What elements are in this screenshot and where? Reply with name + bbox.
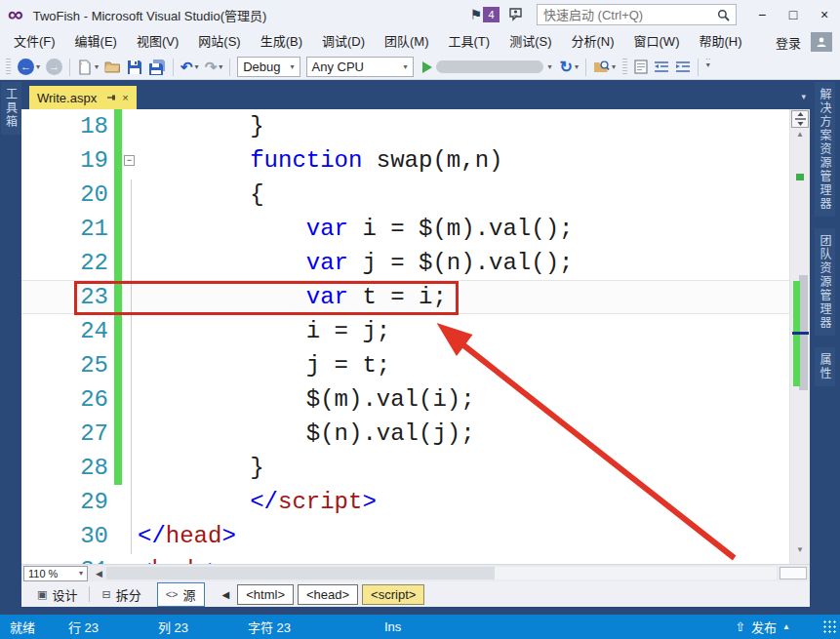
close-button[interactable]: × [809, 4, 840, 25]
tag-breadcrumb[interactable]: <head> [298, 584, 358, 605]
document-outline-button[interactable] [632, 57, 650, 78]
toolbox-side-tab[interactable]: 工具箱 [1, 82, 21, 135]
code-line[interactable]: 30</head> [21, 519, 789, 553]
scroll-corner-box [780, 567, 807, 579]
find-in-files-button[interactable]: ▾ [591, 57, 618, 78]
notifications-flag-icon[interactable]: ⚑ [469, 7, 482, 22]
browser-select-blurred[interactable] [436, 60, 543, 73]
line-number: 18 [21, 109, 114, 143]
navigate-forward-button[interactable]: → [44, 57, 64, 78]
code-editor-surface[interactable]: 18}19−function swap(m,n)20{21var i = $(m… [21, 109, 789, 564]
menu-item[interactable]: 生成(B) [251, 34, 312, 49]
tag-breadcrumb[interactable]: <html> [237, 584, 294, 605]
collapse-region-icon[interactable]: − [124, 155, 135, 166]
design-view-button[interactable]: ▣设计 [29, 583, 85, 606]
start-debug-button[interactable] [422, 61, 432, 73]
code-line[interactable]: 18} [21, 109, 789, 143]
fold-margin [122, 212, 138, 246]
line-number: 30 [21, 519, 114, 553]
toolbar-drag-handle[interactable] [6, 59, 11, 76]
editor-zoom-dropdown[interactable]: 110 %▾ [23, 566, 88, 581]
line-number: 19 [21, 143, 114, 178]
back-arrow-icon: ← [18, 59, 34, 75]
code-line[interactable]: 31<body> [21, 553, 789, 564]
resize-grip[interactable] [823, 620, 837, 634]
code-line[interactable]: 22var j = $(n).val(); [21, 246, 789, 280]
right-tool-strip: 解决方案资源管理器团队资源管理器属性 [810, 80, 840, 615]
code-line[interactable]: 28} [21, 451, 789, 485]
close-tab-icon[interactable]: × [122, 92, 128, 103]
status-char-number: 字符 23 [248, 618, 384, 636]
document-list-dropdown-icon[interactable]: ▾ [801, 92, 806, 101]
pin-icon[interactable] [106, 93, 116, 102]
increase-indent-icon [675, 60, 691, 73]
new-file-button[interactable]: ▾ [75, 57, 100, 78]
menu-item[interactable]: 帮助(H) [689, 34, 751, 49]
maximize-button[interactable]: □ [778, 4, 809, 25]
code-line[interactable]: 24i = j; [21, 314, 789, 348]
editor: 18}19−function swap(m,n)20{21var i = $(m… [21, 109, 810, 564]
menu-item[interactable]: 分析(N) [561, 34, 623, 49]
hscroll-left-arrow[interactable]: ◀ [96, 569, 102, 579]
title-bar: ∞ TwoFish - Microsoft Visual Studio(管理员)… [0, 0, 840, 29]
fold-margin [122, 519, 138, 553]
solution-config-dropdown[interactable]: Debug▾ [237, 57, 300, 77]
scroll-down-arrow[interactable]: ▼ [790, 544, 810, 556]
code-line[interactable]: 27$(n).val(j); [21, 417, 789, 451]
tag-nav-back-icon[interactable]: ◀ [222, 589, 230, 600]
change-bar [114, 314, 122, 348]
horizontal-scrollbar[interactable] [106, 567, 777, 579]
navigate-back-button[interactable]: ←▾ [16, 57, 42, 78]
platform-dropdown[interactable]: Any CPU▾ [306, 57, 414, 77]
menu-item[interactable]: 视图(V) [127, 34, 188, 49]
split-window-handle[interactable] [791, 110, 809, 128]
code-line[interactable]: 20{ [21, 178, 789, 212]
avatar[interactable] [811, 32, 832, 52]
redo-button[interactable]: ↷▾ [203, 57, 225, 78]
scroll-up-arrow[interactable]: ▲ [790, 129, 810, 140]
menu-item[interactable]: 文件(F) [4, 34, 65, 49]
sign-in-button[interactable]: 登录 [766, 33, 811, 52]
line-number: 28 [21, 451, 114, 485]
menu-item[interactable]: 团队(M) [375, 34, 439, 49]
menu-item[interactable]: 编辑(E) [65, 34, 127, 49]
hscroll-thumb[interactable] [106, 567, 496, 579]
split-view-button[interactable]: ⊟拆分 [94, 583, 148, 606]
view-switch-bar: ▣设计 ⊟拆分 <>源 ◀ <html><head><script> [21, 581, 810, 607]
refresh-button[interactable]: ↻▾ [558, 57, 580, 78]
side-tab[interactable]: 团队资源管理器 [815, 228, 835, 336]
line-number: 26 [21, 382, 114, 417]
menu-item[interactable]: 窗口(W) [624, 34, 690, 49]
increase-indent-button[interactable] [673, 57, 693, 78]
minimize-button[interactable]: − [746, 4, 778, 25]
forward-arrow-icon: → [46, 59, 62, 75]
menu-item[interactable]: 测试(S) [500, 34, 561, 49]
menu-item[interactable]: 工具(T) [439, 34, 500, 49]
quick-launch-search[interactable] [537, 4, 737, 25]
code-line[interactable]: 26$(m).val(i); [21, 382, 789, 417]
toolbar-overflow-button[interactable]: ··▾ [703, 57, 712, 78]
save-all-button[interactable] [146, 57, 168, 78]
publish-button[interactable]: ⇧ 发布 ▲ [735, 618, 790, 636]
code-line[interactable]: 21var i = $(m).val(); [21, 212, 789, 246]
quick-launch-input[interactable] [543, 8, 717, 22]
side-tab[interactable]: 解决方案资源管理器 [815, 82, 835, 217]
tag-breadcrumb[interactable]: <script> [362, 584, 424, 605]
open-folder-icon [104, 60, 121, 74]
side-tab[interactable]: 属性 [815, 347, 835, 386]
vertical-scrollbar[interactable]: ▲ ▼ [789, 109, 810, 564]
document-tab-write-aspx[interactable]: Write.aspx × [29, 86, 137, 109]
menu-item[interactable]: 调试(D) [312, 34, 375, 49]
code-line[interactable]: 25j = t; [21, 348, 789, 382]
code-line[interactable]: 19−function swap(m,n) [21, 143, 789, 178]
status-column-number: 列 23 [158, 618, 248, 636]
code-line[interactable]: 29</script> [21, 485, 789, 519]
source-view-button[interactable]: <>源 [157, 582, 205, 607]
decrease-indent-button[interactable] [652, 57, 671, 78]
notifications-count-badge[interactable]: 4 [483, 7, 500, 22]
open-file-button[interactable] [102, 57, 123, 78]
undo-button[interactable]: ↶▾ [179, 57, 201, 78]
save-button[interactable] [125, 57, 144, 78]
feedback-icon[interactable] [509, 8, 525, 21]
menu-item[interactable]: 网站(S) [188, 34, 250, 49]
